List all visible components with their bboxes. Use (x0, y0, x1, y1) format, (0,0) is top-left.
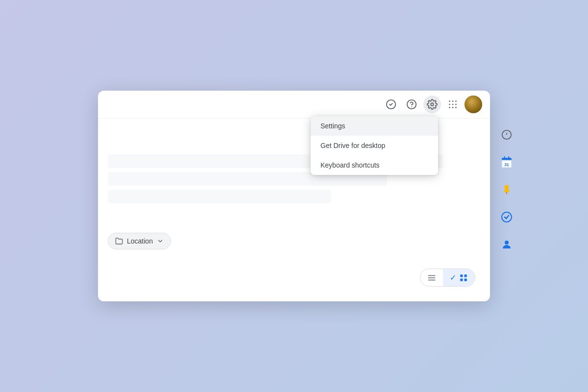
tasks-icon[interactable] (497, 207, 516, 227)
svg-point-11 (452, 107, 454, 108)
svg-point-5 (452, 100, 454, 102)
check-icon: ✓ (450, 273, 456, 282)
svg-point-3 (431, 103, 434, 106)
svg-rect-23 (506, 192, 507, 194)
toolbar (98, 91, 490, 119)
svg-point-9 (455, 104, 457, 105)
avatar[interactable] (465, 96, 482, 113)
contacts-icon[interactable] (497, 235, 516, 254)
svg-point-12 (455, 107, 457, 108)
svg-point-10 (449, 107, 450, 108)
view-toggle: ✓ (420, 269, 475, 287)
svg-point-6 (455, 100, 457, 102)
folder-icon (115, 237, 123, 245)
side-panel: 31 (497, 125, 516, 254)
svg-point-4 (449, 100, 450, 102)
check-circle-icon[interactable] (382, 96, 400, 113)
settings-icon[interactable] (423, 96, 441, 113)
settings-menu-item[interactable]: Settings (311, 116, 438, 136)
list-view-button[interactable] (420, 270, 443, 286)
info-icon[interactable] (497, 125, 516, 145)
location-filter[interactable]: Location (108, 233, 171, 249)
main-window: Settings Get Drive for desktop Keyboard … (98, 91, 490, 301)
svg-rect-31 (460, 278, 463, 281)
svg-point-7 (449, 104, 450, 105)
svg-rect-29 (460, 274, 463, 277)
svg-point-25 (505, 241, 509, 245)
get-drive-menu-item[interactable]: Get Drive for desktop (311, 136, 438, 155)
grid-icon (459, 273, 468, 282)
svg-text:31: 31 (504, 162, 509, 167)
apps-icon[interactable] (444, 96, 462, 113)
svg-point-8 (452, 104, 454, 105)
filter-bar: Location (108, 229, 171, 257)
help-icon[interactable] (403, 96, 420, 113)
list-icon (427, 273, 436, 282)
settings-dropdown: Settings Get Drive for desktop Keyboard … (311, 116, 438, 175)
keep-icon[interactable] (497, 180, 516, 199)
svg-rect-32 (465, 278, 467, 281)
svg-rect-30 (465, 274, 467, 277)
location-label: Location (127, 237, 153, 245)
keyboard-shortcuts-menu-item[interactable]: Keyboard shortcuts (311, 155, 438, 175)
grid-view-button[interactable]: ✓ (443, 269, 475, 286)
chevron-down-icon (157, 238, 164, 245)
calendar-icon[interactable]: 31 (497, 152, 516, 172)
